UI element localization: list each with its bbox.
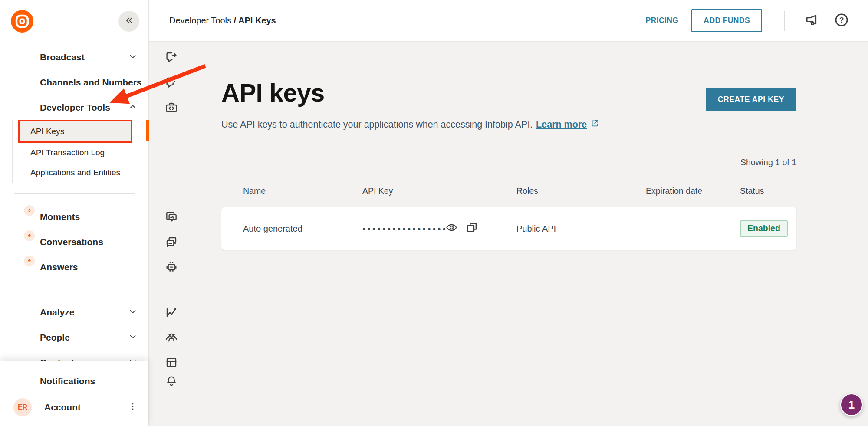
subitem-label: API Keys — [30, 127, 64, 136]
page-description-row: Use API keys to authenticate your applic… — [221, 118, 796, 131]
copy-icon[interactable] — [458, 221, 479, 236]
eye-icon[interactable] — [447, 221, 458, 236]
header-actions: PRICING ADD FUNDS ? — [646, 9, 850, 32]
breadcrumb-section[interactable]: Developer Tools — [169, 16, 231, 25]
header-divider — [784, 11, 785, 31]
add-funds-button[interactable]: ADD FUNDS — [691, 9, 762, 32]
sidebar-subitem-api-keys[interactable]: API Keys — [18, 120, 132, 143]
subitem-label: API Transaction Log — [30, 148, 105, 157]
sidebar: Broadcast Channels and Numbers Developer… — [0, 0, 149, 426]
chevron-down-icon — [128, 332, 138, 344]
chevron-down-icon — [128, 52, 138, 63]
sidebar-item-people[interactable]: People — [0, 325, 148, 350]
answers-icon — [16, 260, 30, 274]
upgrade-badge-icon — [24, 205, 35, 216]
sidebar-item-channels-and-numbers[interactable]: Channels and Numbers — [0, 70, 148, 95]
sidebar-nav: Broadcast Channels and Numbers Developer… — [0, 42, 148, 375]
content-area: API keys Use API keys to authenticate yo… — [149, 42, 868, 426]
bell-icon — [16, 374, 30, 388]
cell-status: Enabled — [740, 220, 796, 237]
main-area: Developer Tools / API Keys PRICING ADD F… — [149, 0, 868, 426]
people-icon — [16, 331, 30, 344]
pricing-link[interactable]: PRICING — [646, 16, 679, 25]
sidebar-bottom-dock: Notifications ER Account — [0, 361, 148, 426]
sidebar-item-label: Account — [44, 402, 118, 413]
learn-more-link[interactable]: Learn more — [536, 119, 587, 130]
sidebar-item-label: Broadcast — [40, 52, 118, 62]
sidebar-item-label: Moments — [40, 212, 138, 222]
developer-tools-icon — [16, 101, 30, 115]
sidebar-item-moments[interactable]: Moments — [0, 204, 148, 229]
column-header-status: Status — [740, 186, 796, 196]
active-item-indicator — [146, 120, 149, 141]
channels-icon — [16, 75, 30, 89]
sidebar-header — [0, 0, 148, 42]
conversations-icon — [16, 235, 30, 249]
showing-count: Showing 1 of 1 — [221, 157, 796, 174]
infobip-logo — [10, 10, 34, 33]
sidebar-divider — [14, 193, 135, 194]
sidebar-item-label: Conversations — [40, 237, 138, 247]
sidebar-item-analyze[interactable]: Analyze — [0, 300, 148, 325]
moments-icon — [16, 210, 30, 224]
breadcrumb-current: API Keys — [238, 16, 276, 25]
sidebar-divider — [14, 288, 135, 288]
annotation-step-badge: 1 — [840, 393, 863, 416]
content-container: API keys Use API keys to authenticate yo… — [221, 42, 796, 250]
sidebar-item-notifications[interactable]: Notifications — [0, 370, 148, 393]
analyze-icon — [16, 305, 30, 319]
table-header: Name API Key Roles Expiration date Statu… — [221, 174, 796, 207]
sidebar-item-label: Developer Tools — [40, 102, 118, 113]
sidebar-item-developer-tools[interactable]: Developer Tools — [0, 95, 148, 120]
table-row[interactable]: Auto generated ••••••••••••••••• Public … — [221, 207, 796, 250]
sidebar-item-label: Analyze — [40, 307, 118, 318]
sidebar-subitem-applications-and-entities[interactable]: Applications and Entities — [18, 163, 148, 183]
top-header: Developer Tools / API Keys PRICING ADD F… — [149, 0, 868, 42]
breadcrumb-separator: / — [234, 16, 237, 25]
broadcast-icon — [16, 50, 30, 64]
megaphone-icon[interactable] — [804, 12, 820, 30]
external-link-icon[interactable] — [587, 118, 600, 131]
sidebar-collapse-button[interactable] — [118, 11, 139, 32]
subitem-label: Applications and Entities — [30, 168, 120, 177]
cell-name: Auto generated — [243, 224, 362, 234]
upgrade-badge-icon — [24, 230, 35, 241]
column-header-name: Name — [243, 186, 362, 196]
developer-tools-submenu: API Keys API Transaction Log Application… — [0, 120, 148, 184]
column-header-roles: Roles — [516, 186, 646, 196]
column-header-api-key: API Key — [362, 186, 516, 196]
account-avatar: ER — [13, 398, 32, 416]
page-description: Use API keys to authenticate your applic… — [221, 119, 533, 130]
upgrade-badge-icon — [24, 256, 35, 266]
sidebar-item-label: Notifications — [40, 376, 138, 387]
column-header-expiration-date: Expiration date — [646, 186, 740, 196]
sidebar-subitem-api-transaction-log[interactable]: API Transaction Log — [18, 143, 148, 163]
chevron-down-icon — [128, 307, 138, 318]
sidebar-item-account[interactable]: ER Account — [0, 396, 148, 419]
sidebar-item-broadcast[interactable]: Broadcast — [0, 45, 148, 70]
sidebar-item-label: People — [40, 332, 118, 343]
kebab-menu-icon[interactable] — [128, 402, 138, 413]
sidebar-item-answers[interactable]: Answers — [0, 255, 148, 280]
help-icon[interactable]: ? — [833, 12, 850, 30]
sidebar-item-label: Answers — [40, 262, 138, 272]
sidebar-item-conversations[interactable]: Conversations — [0, 229, 148, 255]
cell-roles: Public API — [516, 224, 646, 234]
app-root: Broadcast Channels and Numbers Developer… — [0, 0, 868, 426]
masked-api-key: ••••••••••••••••• — [362, 224, 447, 233]
double-chevron-left-icon — [124, 16, 134, 26]
chevron-up-icon — [128, 102, 138, 114]
sidebar-item-label: Channels and Numbers — [40, 77, 142, 88]
status-badge: Enabled — [740, 220, 788, 237]
breadcrumb: Developer Tools / API Keys — [169, 16, 276, 26]
create-api-key-button[interactable]: CREATE API KEY — [706, 88, 796, 111]
svg-text:?: ? — [839, 15, 844, 24]
cell-api-key: ••••••••••••••••• — [362, 221, 516, 236]
